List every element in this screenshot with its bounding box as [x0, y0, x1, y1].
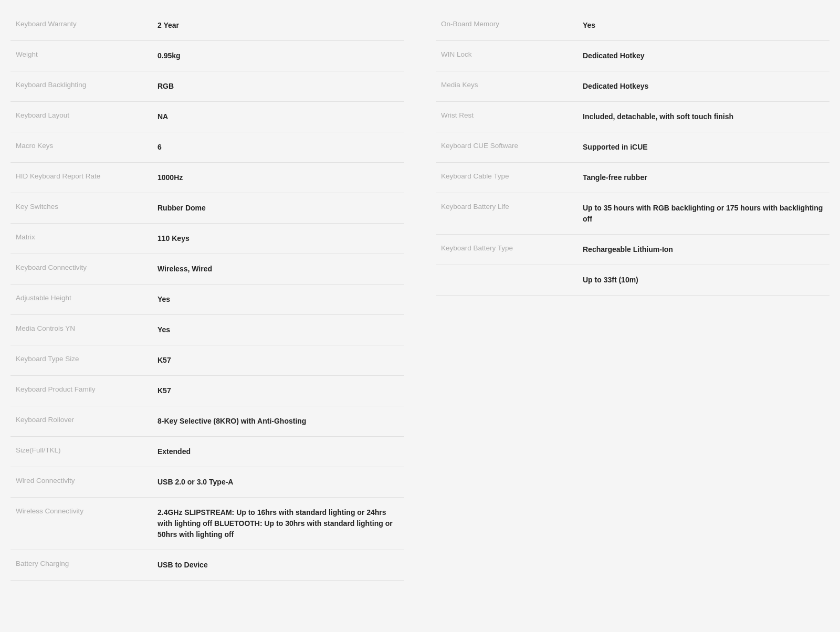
- spec-value: Included, detachable, with soft touch fi…: [583, 111, 824, 122]
- spec-label: On-Board Memory: [441, 20, 578, 28]
- spec-label: Keyboard CUE Software: [441, 142, 578, 150]
- spec-value: Wireless, Wired: [158, 264, 399, 275]
- spec-label: Keyboard Backlighting: [16, 81, 152, 89]
- spec-label: Matrix: [16, 233, 152, 241]
- spec-value: Yes: [158, 324, 399, 335]
- spec-label: Size(Full/TKL): [16, 446, 152, 454]
- spec-label: Media Keys: [441, 81, 578, 89]
- spec-label: Wireless Connectivity: [16, 507, 152, 515]
- spec-row: WIN LockDedicated Hotkey: [436, 41, 830, 71]
- spec-value: Up to 35 hours with RGB backlighting or …: [583, 203, 824, 225]
- spec-value: 2.4GHz SLIPSTREAM: Up to 16hrs with stan…: [158, 507, 399, 540]
- spec-value: Extended: [158, 446, 399, 457]
- spec-row: Size(Full/TKL)Extended: [10, 437, 404, 467]
- spec-row: Wired ConnectivityUSB 2.0 or 3.0 Type-A: [10, 467, 404, 498]
- spec-value: Yes: [158, 294, 399, 305]
- spec-row: Media Controls YNYes: [10, 315, 404, 345]
- spec-value: Tangle-free rubber: [583, 172, 824, 183]
- spec-label: Wired Connectivity: [16, 477, 152, 484]
- spec-label: Adjustable Height: [16, 294, 152, 302]
- spec-label: Battery Charging: [16, 560, 152, 567]
- spec-label: Keyboard Battery Life: [441, 203, 578, 210]
- spec-label: Keyboard Warranty: [16, 20, 152, 28]
- spec-value: NA: [158, 111, 399, 122]
- spec-row: Keyboard LayoutNA: [10, 102, 404, 132]
- spec-row: Keyboard CUE SoftwareSupported in iCUE: [436, 132, 830, 163]
- spec-label: Weight: [16, 50, 152, 58]
- spec-label: Keyboard Connectivity: [16, 264, 152, 271]
- spec-label: Key Switches: [16, 203, 152, 210]
- spec-label: Media Controls YN: [16, 324, 152, 332]
- spec-value: 8-Key Selective (8KRO) with Anti-Ghostin…: [158, 416, 399, 427]
- spec-row: Keyboard Rollover8-Key Selective (8KRO) …: [10, 406, 404, 437]
- spec-value: 110 Keys: [158, 233, 399, 244]
- spec-row: Macro Keys6: [10, 132, 404, 163]
- spec-value: 1000Hz: [158, 172, 399, 183]
- spec-value: RGB: [158, 81, 399, 92]
- spec-row: Keyboard Cable TypeTangle-free rubber: [436, 163, 830, 193]
- spec-value: Dedicated Hotkey: [583, 50, 824, 61]
- spec-label: Wrist Rest: [441, 111, 578, 119]
- spec-row: Keyboard Battery TypeRechargeable Lithiu…: [436, 235, 830, 265]
- spec-value: Supported in iCUE: [583, 142, 824, 153]
- spec-label: Keyboard Type Size: [16, 355, 152, 363]
- spec-value: 0.95kg: [158, 50, 399, 61]
- spec-label: Macro Keys: [16, 142, 152, 150]
- spec-value: Up to 33ft (10m): [583, 275, 824, 286]
- spec-label: Keyboard Battery Type: [441, 244, 578, 252]
- specs-container: Keyboard Warranty2 YearWeight0.95kgKeybo…: [10, 10, 830, 581]
- spec-row: Up to 33ft (10m): [436, 265, 830, 296]
- spec-row: Media KeysDedicated Hotkeys: [436, 71, 830, 102]
- spec-row: Keyboard BacklightingRGB: [10, 71, 404, 102]
- spec-value: Yes: [583, 20, 824, 31]
- spec-row: Keyboard Battery LifeUp to 35 hours with…: [436, 193, 830, 235]
- spec-label: HID Keyboard Report Rate: [16, 172, 152, 180]
- spec-value: USB to Device: [158, 560, 399, 571]
- spec-value: Dedicated Hotkeys: [583, 81, 824, 92]
- right-column: On-Board MemoryYesWIN LockDedicated Hotk…: [436, 10, 830, 581]
- spec-value: Rubber Dome: [158, 203, 399, 214]
- spec-row: Matrix110 Keys: [10, 224, 404, 254]
- spec-row: On-Board MemoryYes: [436, 10, 830, 41]
- spec-row: Key SwitchesRubber Dome: [10, 193, 404, 224]
- spec-row: Battery ChargingUSB to Device: [10, 550, 404, 581]
- spec-row: Keyboard Type SizeK57: [10, 345, 404, 376]
- spec-label: WIN Lock: [441, 50, 578, 58]
- spec-row: Keyboard ConnectivityWireless, Wired: [10, 254, 404, 285]
- spec-row: Wireless Connectivity2.4GHz SLIPSTREAM: …: [10, 498, 404, 550]
- spec-value: USB 2.0 or 3.0 Type-A: [158, 477, 399, 488]
- spec-value: 6: [158, 142, 399, 153]
- spec-label: Keyboard Cable Type: [441, 172, 578, 180]
- spec-row: Adjustable HeightYes: [10, 285, 404, 315]
- spec-row: Keyboard Warranty2 Year: [10, 10, 404, 41]
- spec-row: Keyboard Product FamilyK57: [10, 376, 404, 406]
- spec-label: Keyboard Product Family: [16, 385, 152, 393]
- spec-value: 2 Year: [158, 20, 399, 31]
- spec-value: Rechargeable Lithium-Ion: [583, 244, 824, 255]
- spec-row: Wrist RestIncluded, detachable, with sof…: [436, 102, 830, 132]
- spec-value: K57: [158, 355, 399, 366]
- spec-value: K57: [158, 385, 399, 396]
- spec-label: Keyboard Rollover: [16, 416, 152, 424]
- spec-row: Weight0.95kg: [10, 41, 404, 71]
- spec-label: Keyboard Layout: [16, 111, 152, 119]
- left-column: Keyboard Warranty2 YearWeight0.95kgKeybo…: [10, 10, 404, 581]
- spec-row: HID Keyboard Report Rate1000Hz: [10, 163, 404, 193]
